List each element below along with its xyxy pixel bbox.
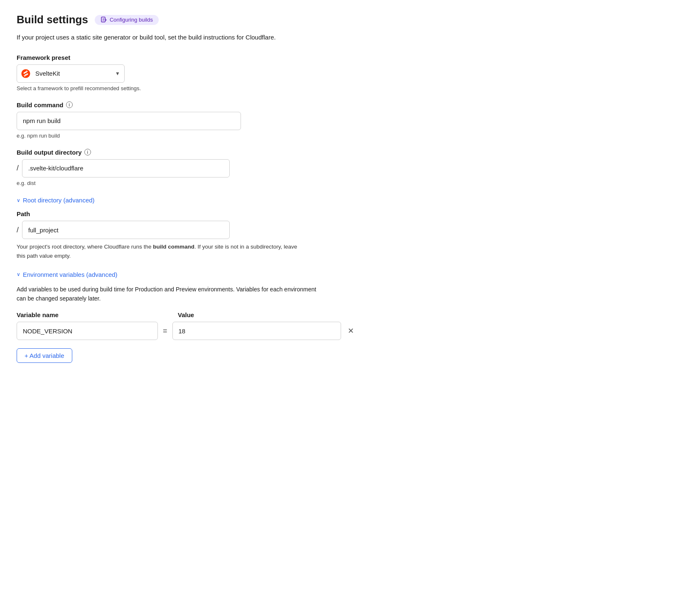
bold-build-command: build command	[153, 244, 194, 250]
build-output-directory-input-group: /	[17, 159, 357, 177]
env-variable-row: = ✕	[17, 322, 357, 340]
path-label: Path	[17, 210, 357, 217]
environment-variables-section: ∨ Environment variables (advanced) Add v…	[17, 270, 357, 363]
path-input-group: /	[17, 221, 357, 239]
configuring-builds-badge[interactable]: Configuring builds	[95, 15, 159, 25]
build-command-label: Build command i	[17, 101, 357, 108]
header-row: Build settings Configuring builds	[17, 13, 357, 26]
env-header-row: Variable name Value	[17, 311, 357, 318]
env-variables-toggle[interactable]: ∨ Environment variables (advanced)	[17, 271, 118, 278]
path-description: Your project's root directory, where Clo…	[17, 242, 299, 260]
build-command-section: Build command i e.g. npm run build	[17, 101, 357, 139]
framework-preset-section: Framework preset SvelteKit None Next.js …	[17, 54, 357, 91]
add-variable-row: + Add variable	[17, 345, 357, 363]
build-command-info-icon[interactable]: i	[66, 101, 73, 108]
build-output-directory-section: Build output directory i / e.g. dist	[17, 149, 357, 186]
env-col-name-header: Variable name	[17, 311, 158, 318]
add-variable-button[interactable]: + Add variable	[17, 348, 72, 363]
root-directory-section: ∨ Root directory (advanced) Path / Your …	[17, 196, 357, 261]
framework-preset-select-wrapper[interactable]: SvelteKit None Next.js Gatsby Nuxt.js Hu…	[17, 64, 125, 83]
env-vars-chevron-icon: ∨	[17, 271, 20, 277]
doc-icon	[101, 17, 107, 23]
framework-preset-label: Framework preset	[17, 54, 357, 61]
path-input[interactable]	[22, 221, 230, 239]
remove-variable-button[interactable]: ✕	[344, 326, 357, 335]
add-variable-label: + Add variable	[25, 352, 64, 359]
output-dir-prefix-slash: /	[17, 164, 19, 172]
root-directory-toggle[interactable]: ∨ Root directory (advanced)	[17, 197, 95, 204]
build-output-directory-info-icon[interactable]: i	[84, 149, 91, 155]
env-col-value-header: Value	[178, 311, 194, 318]
build-output-directory-hint: e.g. dist	[17, 180, 357, 186]
root-directory-content: Path / Your project's root directory, wh…	[17, 210, 357, 260]
env-description: Add variables to be used during build ti…	[17, 285, 324, 303]
env-equals-sign: =	[163, 327, 167, 335]
build-command-hint: e.g. npm run build	[17, 133, 357, 139]
env-variables-toggle-label: Environment variables (advanced)	[23, 271, 118, 278]
root-dir-chevron-icon: ∨	[17, 197, 20, 203]
path-prefix-slash: /	[17, 226, 19, 234]
page-title: Build settings	[17, 13, 88, 26]
build-command-input[interactable]	[17, 112, 241, 130]
build-output-directory-input[interactable]	[22, 159, 230, 177]
framework-preset-hint: Select a framework to prefill recommende…	[17, 85, 357, 91]
build-output-directory-label: Build output directory i	[17, 149, 357, 156]
framework-preset-select[interactable]: SvelteKit None Next.js Gatsby Nuxt.js Hu…	[22, 70, 119, 77]
badge-label: Configuring builds	[110, 17, 153, 23]
env-value-input[interactable]	[172, 322, 341, 340]
svelte-logo-icon	[21, 69, 30, 78]
env-name-input[interactable]	[17, 322, 158, 340]
root-directory-toggle-label: Root directory (advanced)	[23, 197, 95, 204]
subtitle: If your project uses a static site gener…	[17, 33, 357, 42]
env-variables-content: Add variables to be used during build ti…	[17, 285, 357, 363]
